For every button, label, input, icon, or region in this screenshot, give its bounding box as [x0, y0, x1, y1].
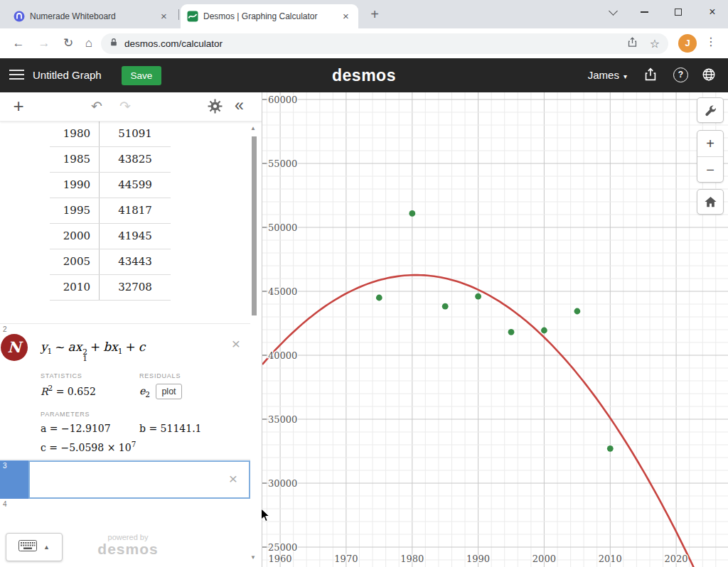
zoom-controls: + − — [697, 130, 724, 183]
lock-icon — [109, 37, 118, 50]
new-tab-button[interactable]: + — [365, 6, 384, 24]
forward-button[interactable]: → — [36, 35, 53, 52]
zoom-in-button[interactable]: + — [697, 131, 723, 157]
remove-expression-icon[interactable]: × — [229, 335, 243, 352]
data-table: 1980510911985438251990445991995418172000… — [50, 121, 171, 301]
data-point[interactable] — [376, 295, 382, 301]
table-cell[interactable]: 43443 — [100, 249, 171, 274]
tab-desmos-graphing-calculator[interactable]: Desmos | Graphing Calculator × — [181, 4, 358, 28]
home-button[interactable]: ⌂ — [80, 35, 97, 52]
x-axis-tick-label: 2000 — [532, 554, 556, 564]
scrollbar-thumb[interactable] — [252, 136, 257, 315]
graph-region[interactable]: 2500030000350004000045000500005500060000… — [262, 92, 728, 567]
url-text[interactable]: desmos.com/calculator — [124, 38, 626, 49]
tab-strip: Numerade Whiteboard × Desmos | Graphing … — [0, 0, 728, 28]
data-point[interactable] — [607, 446, 614, 452]
table-cell[interactable]: 44599 — [100, 173, 171, 198]
table-cell[interactable]: 2010 — [50, 275, 100, 300]
caret-down-icon: ▾ — [623, 72, 627, 80]
help-icon[interactable]: ? — [673, 68, 688, 82]
redo-icon[interactable]: ↷ — [119, 98, 131, 114]
watermark-logo: desmos — [78, 541, 178, 557]
maximize-button[interactable] — [663, 0, 694, 24]
data-point[interactable] — [508, 329, 515, 335]
collapse-panel-icon[interactable]: « — [235, 96, 244, 115]
zoom-out-button[interactable]: − — [697, 157, 723, 183]
x-axis-tick-label: 1980 — [400, 554, 424, 564]
settings-gear-icon[interactable] — [208, 99, 223, 117]
graph-settings-wrench-button[interactable] — [697, 97, 724, 123]
remove-expression-icon[interactable]: × — [226, 470, 240, 487]
add-expression-button[interactable]: + — [9, 95, 28, 117]
x-axis-tick-label: 2010 — [599, 554, 622, 564]
y-axis-tick-label: 25000 — [268, 542, 297, 553]
table-cell[interactable]: 41817 — [100, 198, 171, 223]
table-cell[interactable]: 1995 — [50, 198, 100, 223]
browser-menu-icon[interactable]: ⋮ — [705, 35, 717, 48]
undo-icon[interactable]: ↶ — [91, 98, 102, 114]
data-point[interactable] — [442, 303, 449, 310]
tab-close-icon[interactable]: × — [158, 11, 170, 23]
account-menu[interactable]: James▾ — [588, 69, 627, 81]
expression-index: 4 — [3, 500, 7, 508]
bookmark-star-icon[interactable]: ☆ — [650, 37, 660, 50]
formula-token: y — [41, 340, 48, 354]
show-keyboard-button[interactable]: ▲ — [6, 533, 63, 561]
tab-close-icon[interactable]: × — [340, 11, 352, 23]
tab-search-chevron-icon[interactable] — [597, 0, 628, 24]
parameter-a: a = −12.9107 — [41, 423, 111, 434]
reload-button[interactable]: ↻ — [60, 35, 77, 52]
regression-formula[interactable]: y1~ax21+bx1+c — [41, 340, 145, 362]
scroll-down-icon[interactable]: ▼ — [250, 554, 256, 561]
close-window-button[interactable]: × — [697, 0, 728, 24]
formula-token: b — [103, 340, 111, 354]
table-cell[interactable]: 32708 — [100, 275, 171, 300]
expression-input[interactable] — [28, 460, 250, 499]
table-row: 199044599 — [50, 173, 171, 198]
mouse-cursor — [260, 508, 271, 523]
data-point[interactable] — [574, 308, 581, 315]
share-icon[interactable] — [626, 36, 638, 51]
profile-avatar[interactable]: J — [678, 34, 697, 53]
x-axis-tick-label: 1960 — [269, 554, 292, 564]
table-row: 198543825 — [50, 147, 171, 173]
address-bar[interactable]: desmos.com/calculator ☆ — [101, 33, 668, 54]
table-cell[interactable]: 1990 — [50, 173, 100, 198]
table-cell[interactable]: 1980 — [50, 122, 100, 146]
residual-variable: e2 — [139, 385, 150, 399]
statistics-label: STATISTICS — [41, 372, 82, 379]
expression-gutter[interactable]: 3 — [0, 460, 28, 499]
y-axis-tick-label: 45000 — [268, 286, 297, 297]
regression-curve[interactable] — [262, 275, 728, 567]
expression-empty-selected[interactable]: 3 × — [0, 460, 250, 499]
plus-operator: + — [90, 340, 100, 354]
axis-labels: 2500030000350004000045000500005500060000… — [262, 94, 688, 565]
default-zoom-home-button[interactable] — [697, 189, 724, 215]
account-name: James — [588, 69, 619, 81]
table-row: 199541817 — [50, 198, 171, 224]
plot-residuals-button[interactable]: plot — [156, 384, 182, 399]
data-point[interactable] — [541, 328, 547, 334]
export-share-icon[interactable] — [643, 67, 660, 84]
parameters-label: PARAMETERS — [41, 411, 90, 418]
language-globe-icon[interactable] — [701, 67, 718, 84]
tab-numerade-whiteboard[interactable]: Numerade Whiteboard × — [7, 4, 176, 28]
minimize-button[interactable] — [628, 0, 660, 24]
expression-toolbar: + ↶ ↷ « — [0, 92, 262, 122]
data-point[interactable] — [475, 293, 481, 300]
table-cell[interactable]: 43825 — [100, 147, 171, 172]
table-cell[interactable]: 2005 — [50, 249, 100, 274]
back-button[interactable]: ← — [10, 35, 27, 52]
data-point[interactable] — [409, 210, 415, 217]
graph-canvas[interactable]: 2500030000350004000045000500005500060000… — [262, 92, 728, 567]
scroll-up-icon[interactable]: ▲ — [250, 125, 256, 131]
table-cell[interactable]: 41945 — [100, 224, 171, 249]
data-points — [376, 210, 614, 452]
table-cell[interactable]: 51091 — [100, 122, 171, 146]
table-cell[interactable]: 2000 — [50, 224, 100, 249]
keyboard-icon — [18, 540, 37, 554]
expression-regression[interactable]: 2 N y1~ax21+bx1+c × STATISTICS RESIDUALS… — [0, 323, 250, 460]
x-axis-tick-label: 1970 — [334, 554, 358, 564]
desmos-watermark: powered by desmos — [78, 533, 178, 557]
table-cell[interactable]: 1985 — [50, 147, 100, 172]
